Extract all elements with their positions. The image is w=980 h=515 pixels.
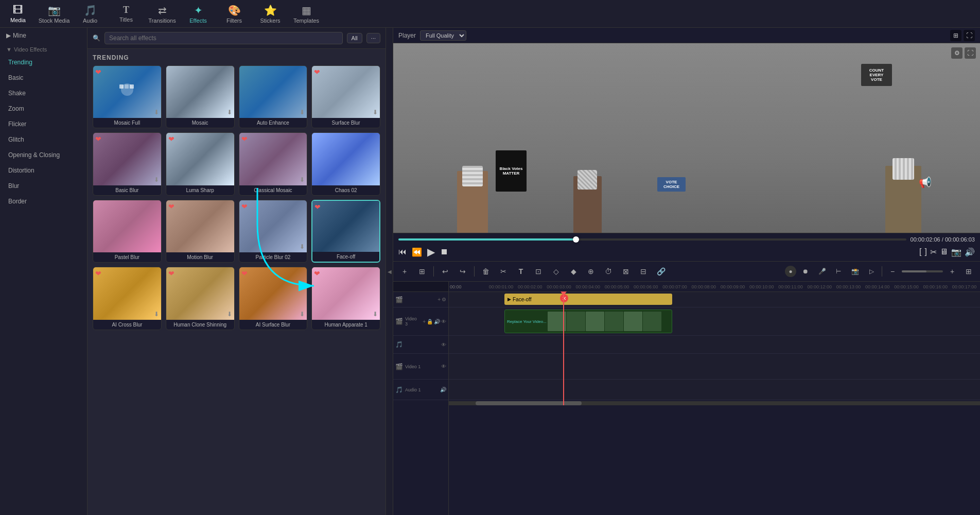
crop-icon-btn[interactable]: ⛶ (965, 47, 976, 59)
quality-select[interactable]: Full Quality (420, 30, 466, 41)
timeline-content[interactable]: 00:00 00:00:01:00 00:00:02:00 00:00:03:0… (449, 282, 980, 515)
rewind-button[interactable]: ⏮ (398, 247, 407, 256)
track-add2-button[interactable]: + (423, 319, 426, 324)
progress-bar[interactable] (398, 238, 906, 241)
speed-button[interactable]: ⏱ (601, 264, 616, 279)
sidebar-mine[interactable]: ▶ Mine (0, 28, 87, 43)
track-add-button[interactable]: + (437, 297, 441, 302)
sidebar-item-opening-closing[interactable]: Opening & Closing (0, 147, 87, 163)
transform-button[interactable]: ⊕ (584, 264, 598, 279)
effect-card-motion-blur[interactable]: ❤ Motion Blur (166, 200, 235, 263)
screen-button[interactable]: 🖥 (940, 247, 948, 257)
effect-card-classical-mosaic[interactable]: ❤ ⬇ Classical Mosaic (239, 132, 308, 195)
split-audio-button[interactable]: ⊟ (636, 264, 651, 279)
effect-card-human-clone-shinning[interactable]: ❤ ⬇ Human Clone Shinning (166, 267, 235, 330)
effect-card-pastel-blur[interactable]: Pastel Blur (93, 200, 162, 263)
toolbar-media[interactable]: 🎞 Media (0, 0, 36, 28)
grid-icon-btn[interactable]: ⊞ (950, 30, 961, 41)
effect-card-surface-blur[interactable]: ❤ ⬇ Surface Blur (311, 65, 380, 128)
effect-card-mosaic[interactable]: ⬇ Mosaic (166, 65, 235, 128)
record-button[interactable]: ⏺ (798, 264, 813, 279)
sidebar-item-blur[interactable]: Blur (0, 178, 87, 194)
auto-layout-button[interactable]: ⊞ (415, 264, 429, 279)
screenshot-button[interactable]: 📸 (848, 264, 862, 279)
effect-card-face-off[interactable]: ❤ Face-off (311, 200, 380, 263)
effect-card-luma-sharp[interactable]: ❤ Luma Sharp (166, 132, 235, 195)
volume-button[interactable]: 🔊 (965, 247, 975, 257)
sidebar-video-effects-header: ▼ Video Effects (0, 43, 87, 55)
sidebar-item-basic[interactable]: Basic (0, 70, 87, 85)
mask-button[interactable]: ◇ (549, 264, 563, 279)
sidebar-item-shake[interactable]: Shake (0, 85, 87, 101)
text-button[interactable]: T (514, 264, 528, 279)
panel-collapse-arrow[interactable]: ◀ (386, 28, 393, 515)
timeline-scrollbar[interactable] (449, 401, 980, 405)
sidebar-item-glitch[interactable]: Glitch (0, 132, 87, 147)
track-audio-button[interactable]: 🔊 (434, 319, 440, 324)
effect-card-human-apparate-1[interactable]: ❤ ⬇ Human Apparate 1 (311, 267, 380, 330)
mic-button[interactable]: 🎤 (815, 264, 829, 279)
effect-card-ai-cross-blur[interactable]: ❤ ⬇ AI Cross Blur (93, 267, 162, 330)
crop-button[interactable]: ⊡ (531, 264, 546, 279)
favorite-badge: ❤ (95, 269, 101, 278)
step-back-button[interactable]: ⏪ (412, 247, 422, 257)
effect-card-chaos-02[interactable]: Chaos 02 (311, 132, 380, 195)
zoom-plus-button[interactable]: + (945, 264, 959, 279)
zoom-slider[interactable] (902, 270, 943, 272)
sidebar-item-border[interactable]: Border (0, 194, 87, 209)
effect-card-basic-blur[interactable]: ❤ ⬇ Basic Blur (93, 132, 162, 195)
delete-button[interactable]: 🗑 (479, 264, 493, 279)
stop-button[interactable]: ⏹ (440, 247, 448, 256)
track-audio1-icon: 🎵 (395, 386, 403, 393)
snap-button[interactable]: ⊢ (831, 264, 846, 279)
zoom-out-button[interactable]: ● (785, 266, 796, 277)
link-button[interactable]: 🔗 (654, 264, 668, 279)
fullscreen-icon-btn[interactable]: ⛶ (964, 30, 975, 41)
filter-all-button[interactable]: All (347, 33, 362, 43)
video-clip-main[interactable]: Replace Your Video... (504, 310, 672, 333)
camera-button[interactable]: 📷 (951, 247, 961, 257)
effect-card-ai-surface-blur[interactable]: ❤ ⬇ AI Surface Blur (239, 267, 308, 330)
effect-card-auto-enhance[interactable]: ⬇ Auto Enhance (239, 65, 308, 128)
toolbar-audio[interactable]: 🎵 Audio (72, 0, 108, 28)
effect-clip-face-off[interactable]: ▶ Face-off (504, 294, 672, 305)
search-input[interactable] (104, 32, 343, 44)
toolbar-templates[interactable]: ▦ Templates (288, 0, 324, 28)
toolbar-stock-media[interactable]: 📷 Stock Media (36, 0, 72, 28)
toolbar-filters[interactable]: 🎨 Filters (216, 0, 252, 28)
more-options-button[interactable]: ··· (366, 33, 380, 43)
grid-view-button[interactable]: ⊞ (961, 264, 976, 279)
effects-search-bar: 🔍 All ··· (87, 28, 386, 49)
sidebar-item-zoom[interactable]: Zoom (0, 101, 87, 116)
effect-card-particle-blur-02[interactable]: ❤ ⬇ Particle Blur 02 (239, 200, 308, 263)
effect-card-mosaic-full[interactable]: ❤ ⬇ Mosaic Full (93, 65, 162, 128)
track-video1-eye-button[interactable]: 👁 (441, 364, 446, 369)
wrap-button[interactable]: ⊠ (619, 264, 633, 279)
track-lock-button[interactable]: 🔒 (427, 319, 433, 324)
bracket-left-button[interactable]: [ (919, 247, 921, 257)
toolbar-stickers[interactable]: ⭐ Stickers (252, 0, 288, 28)
track-audio1-btn[interactable]: 🔊 (440, 387, 446, 392)
zoom-minus-button[interactable]: − (885, 264, 900, 279)
split-button[interactable]: ✂ (930, 247, 937, 257)
toolbar-titles[interactable]: T Titles (108, 0, 144, 28)
track-settings-button[interactable]: ⚙ (442, 297, 446, 302)
cut-button[interactable]: ✂ (496, 264, 511, 279)
undo-button[interactable]: ↩ (438, 264, 452, 279)
toolbar-transitions[interactable]: ⇄ Transitions (144, 0, 180, 28)
bracket-right-button[interactable]: ] (925, 247, 927, 257)
settings-icon-btn[interactable]: ⚙ (951, 47, 962, 59)
sidebar-item-trending[interactable]: Trending (0, 55, 87, 70)
toolbar-effects[interactable]: ✦ Effects (180, 0, 216, 28)
redo-button[interactable]: ↪ (456, 264, 470, 279)
chevron-left-icon: ◀ (388, 269, 392, 274)
keyframe-button[interactable]: ◆ (566, 264, 581, 279)
play-button[interactable]: ▶ (427, 246, 435, 258)
sidebar-item-distortion[interactable]: Distortion (0, 163, 87, 178)
track-audio-unnamed-eye-button[interactable]: 👁 (441, 342, 446, 348)
sidebar-item-flicker[interactable]: Flicker (0, 116, 87, 132)
add-track-button[interactable]: + (397, 264, 412, 279)
timeline-ruler: 00:00 00:00:01:00 00:00:02:00 00:00:03:0… (449, 282, 980, 292)
track-eye-button[interactable]: 👁 (441, 319, 446, 324)
playback-button[interactable]: ▷ (864, 264, 879, 279)
